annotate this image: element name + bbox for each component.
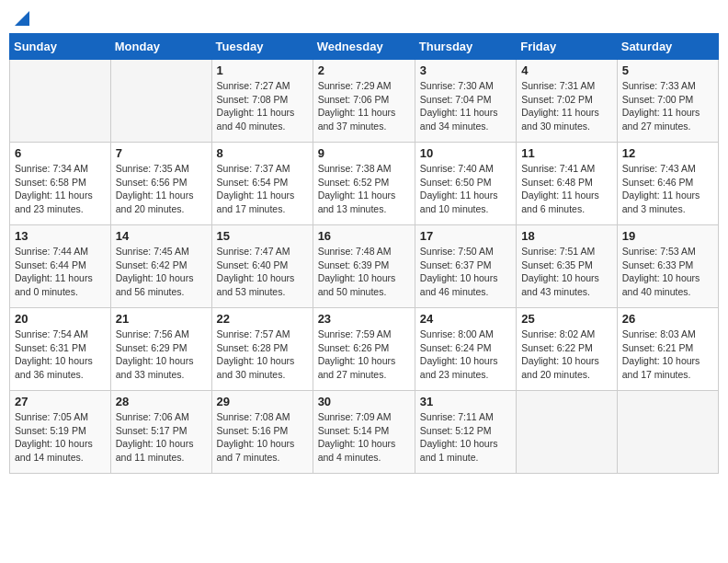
day-info: Sunrise: 7:54 AMSunset: 6:31 PMDaylight:…	[15, 327, 106, 382]
day-number: 12	[622, 146, 713, 160]
day-number: 19	[622, 229, 713, 243]
day-info: Sunrise: 8:00 AMSunset: 6:24 PMDaylight:…	[420, 327, 511, 382]
day-info: Sunrise: 7:41 AMSunset: 6:48 PMDaylight:…	[521, 162, 612, 216]
day-number: 18	[521, 229, 612, 243]
day-number: 6	[15, 146, 106, 160]
calendar-cell	[110, 60, 211, 143]
weekday-saturday: Saturday	[617, 34, 718, 60]
day-info: Sunrise: 7:30 AMSunset: 7:04 PMDaylight:…	[420, 79, 511, 133]
day-info: Sunrise: 7:59 AMSunset: 6:26 PMDaylight:…	[318, 327, 410, 382]
week-row-3: 13Sunrise: 7:44 AMSunset: 6:44 PMDayligh…	[10, 225, 719, 308]
week-row-2: 6Sunrise: 7:34 AMSunset: 6:58 PMDaylight…	[10, 143, 719, 225]
day-number: 30	[318, 395, 410, 408]
day-number: 14	[116, 229, 207, 243]
calendar-cell: 7Sunrise: 7:35 AMSunset: 6:56 PMDaylight…	[110, 143, 211, 225]
day-number: 7	[116, 146, 207, 160]
week-row-5: 27Sunrise: 7:05 AMSunset: 5:19 PMDayligh…	[10, 391, 719, 474]
logo-icon	[15, 11, 29, 26]
day-info: Sunrise: 7:45 AMSunset: 6:42 PMDaylight:…	[116, 245, 207, 299]
day-number: 2	[318, 63, 410, 77]
day-info: Sunrise: 7:05 AMSunset: 5:19 PMDaylight:…	[15, 410, 106, 465]
day-info: Sunrise: 7:37 AMSunset: 6:54 PMDaylight:…	[217, 162, 308, 216]
calendar-cell	[617, 391, 718, 474]
day-info: Sunrise: 7:50 AMSunset: 6:37 PMDaylight:…	[420, 245, 511, 299]
weekday-wednesday: Wednesday	[313, 34, 415, 60]
day-number: 13	[15, 229, 106, 243]
day-info: Sunrise: 7:51 AMSunset: 6:35 PMDaylight:…	[521, 245, 612, 299]
day-info: Sunrise: 7:11 AMSunset: 5:12 PMDaylight:…	[420, 410, 511, 465]
day-number: 10	[420, 146, 511, 160]
day-number: 5	[622, 63, 713, 77]
day-number: 20	[15, 312, 106, 326]
calendar-cell: 4Sunrise: 7:31 AMSunset: 7:02 PMDaylight…	[517, 60, 618, 143]
day-number: 16	[318, 229, 410, 243]
day-number: 15	[217, 229, 308, 243]
calendar-body: 1Sunrise: 7:27 AMSunset: 7:08 PMDaylight…	[10, 60, 719, 474]
calendar-cell: 20Sunrise: 7:54 AMSunset: 6:31 PMDayligh…	[10, 308, 111, 391]
calendar-cell: 6Sunrise: 7:34 AMSunset: 6:58 PMDaylight…	[10, 143, 111, 225]
day-info: Sunrise: 7:38 AMSunset: 6:52 PMDaylight:…	[318, 162, 410, 216]
weekday-tuesday: Tuesday	[211, 34, 313, 60]
calendar-cell: 16Sunrise: 7:48 AMSunset: 6:39 PMDayligh…	[313, 225, 415, 308]
day-info: Sunrise: 7:48 AMSunset: 6:39 PMDaylight:…	[318, 245, 410, 299]
calendar-cell: 3Sunrise: 7:30 AMSunset: 7:04 PMDaylight…	[415, 60, 516, 143]
day-info: Sunrise: 7:08 AMSunset: 5:16 PMDaylight:…	[217, 410, 308, 465]
day-number: 22	[217, 312, 308, 326]
day-number: 26	[622, 312, 713, 326]
day-info: Sunrise: 7:33 AMSunset: 7:00 PMDaylight:…	[622, 79, 713, 133]
day-info: Sunrise: 7:29 AMSunset: 7:06 PMDaylight:…	[318, 79, 410, 133]
calendar-cell: 25Sunrise: 8:02 AMSunset: 6:22 PMDayligh…	[517, 308, 618, 391]
day-number: 11	[521, 146, 612, 160]
calendar-cell: 11Sunrise: 7:41 AMSunset: 6:48 PMDayligh…	[517, 143, 618, 225]
day-info: Sunrise: 8:03 AMSunset: 6:21 PMDaylight:…	[622, 327, 713, 382]
day-info: Sunrise: 7:43 AMSunset: 6:46 PMDaylight:…	[622, 162, 713, 216]
week-row-1: 1Sunrise: 7:27 AMSunset: 7:08 PMDaylight…	[10, 60, 719, 143]
calendar-cell: 28Sunrise: 7:06 AMSunset: 5:17 PMDayligh…	[110, 391, 211, 474]
day-info: Sunrise: 7:53 AMSunset: 6:33 PMDaylight:…	[622, 245, 713, 299]
calendar-cell: 19Sunrise: 7:53 AMSunset: 6:33 PMDayligh…	[617, 225, 718, 308]
day-info: Sunrise: 7:06 AMSunset: 5:17 PMDaylight:…	[116, 410, 207, 465]
weekday-friday: Friday	[517, 34, 618, 60]
day-info: Sunrise: 7:09 AMSunset: 5:14 PMDaylight:…	[318, 410, 410, 465]
calendar-cell: 5Sunrise: 7:33 AMSunset: 7:00 PMDaylight…	[617, 60, 718, 143]
calendar-cell: 15Sunrise: 7:47 AMSunset: 6:40 PMDayligh…	[211, 225, 313, 308]
calendar-cell: 1Sunrise: 7:27 AMSunset: 7:08 PMDaylight…	[211, 60, 313, 143]
day-info: Sunrise: 7:47 AMSunset: 6:40 PMDaylight:…	[217, 245, 308, 299]
calendar-cell: 8Sunrise: 7:37 AMSunset: 6:54 PMDaylight…	[211, 143, 313, 225]
day-info: Sunrise: 7:44 AMSunset: 6:44 PMDaylight:…	[15, 245, 106, 299]
day-number: 8	[217, 146, 308, 160]
calendar: SundayMondayTuesdayWednesdayThursdayFrid…	[9, 33, 719, 474]
day-info: Sunrise: 7:27 AMSunset: 7:08 PMDaylight:…	[217, 79, 308, 133]
day-info: Sunrise: 7:35 AMSunset: 6:56 PMDaylight:…	[116, 162, 207, 216]
day-number: 4	[521, 63, 612, 77]
day-info: Sunrise: 7:31 AMSunset: 7:02 PMDaylight:…	[521, 79, 612, 133]
calendar-cell: 21Sunrise: 7:56 AMSunset: 6:29 PMDayligh…	[110, 308, 211, 391]
calendar-cell: 22Sunrise: 7:57 AMSunset: 6:28 PMDayligh…	[211, 308, 313, 391]
calendar-cell: 30Sunrise: 7:09 AMSunset: 5:14 PMDayligh…	[313, 391, 415, 474]
calendar-cell: 18Sunrise: 7:51 AMSunset: 6:35 PMDayligh…	[517, 225, 618, 308]
calendar-cell: 26Sunrise: 8:03 AMSunset: 6:21 PMDayligh…	[617, 308, 718, 391]
calendar-cell: 10Sunrise: 7:40 AMSunset: 6:50 PMDayligh…	[415, 143, 516, 225]
day-number: 29	[217, 395, 308, 408]
calendar-cell	[517, 391, 618, 474]
week-row-4: 20Sunrise: 7:54 AMSunset: 6:31 PMDayligh…	[10, 308, 719, 391]
day-info: Sunrise: 7:40 AMSunset: 6:50 PMDaylight:…	[420, 162, 511, 216]
day-number: 31	[420, 395, 511, 408]
day-number: 1	[217, 63, 308, 77]
day-number: 21	[116, 312, 207, 326]
day-number: 24	[420, 312, 511, 326]
weekday-header-row: SundayMondayTuesdayWednesdayThursdayFrid…	[10, 34, 719, 60]
day-info: Sunrise: 7:34 AMSunset: 6:58 PMDaylight:…	[15, 162, 106, 216]
weekday-sunday: Sunday	[10, 34, 111, 60]
calendar-cell: 24Sunrise: 8:00 AMSunset: 6:24 PMDayligh…	[415, 308, 516, 391]
day-info: Sunrise: 7:56 AMSunset: 6:29 PMDaylight:…	[116, 327, 207, 382]
calendar-cell: 12Sunrise: 7:43 AMSunset: 6:46 PMDayligh…	[617, 143, 718, 225]
day-number: 23	[318, 312, 410, 326]
svg-marker-0	[15, 11, 29, 26]
weekday-monday: Monday	[110, 34, 211, 60]
calendar-cell: 29Sunrise: 7:08 AMSunset: 5:16 PMDayligh…	[211, 391, 313, 474]
logo	[13, 13, 29, 26]
day-info: Sunrise: 8:02 AMSunset: 6:22 PMDaylight:…	[521, 327, 612, 382]
calendar-cell: 31Sunrise: 7:11 AMSunset: 5:12 PMDayligh…	[415, 391, 516, 474]
day-number: 27	[15, 395, 106, 408]
